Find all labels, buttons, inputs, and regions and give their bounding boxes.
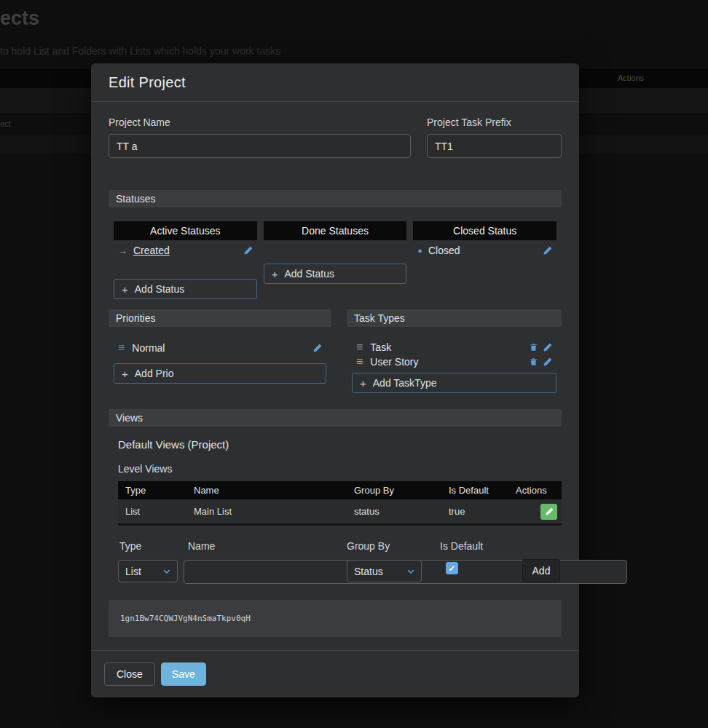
col-header-actions: Actions [508, 481, 562, 499]
priorities-tasktypes-row: Priorities ≡ Normal + Add Prio [109, 309, 562, 393]
drag-handle-icon[interactable]: ≡ [356, 356, 363, 368]
edit-project-modal: Edit Project Project Name Project Task P… [91, 63, 579, 697]
views-section-label: Views [116, 412, 143, 424]
closed-status-header: Closed Status [413, 221, 556, 240]
delete-task-type-icon[interactable] [530, 343, 538, 352]
view-group-by-cell: status [347, 499, 441, 523]
add-status-label: Add Status [135, 283, 185, 295]
edit-view-button[interactable] [540, 504, 557, 520]
closed-status-column: Closed Status ● Closed [413, 221, 556, 299]
project-task-prefix-label: Project Task Prefix [427, 116, 562, 128]
edit-task-type-icon[interactable] [543, 343, 552, 352]
col-header-is-default: Is Default [441, 481, 508, 499]
status-closed-label: Closed [428, 245, 460, 256]
view-is-default-cell: true [441, 499, 508, 523]
add-view-form: Type Name Group By Is Default List Statu… [118, 540, 562, 591]
background-row-label: ect [0, 119, 11, 128]
drag-handle-icon[interactable]: ≡ [356, 341, 363, 353]
view-group-by-selected-value: Status [354, 566, 383, 577]
level-views-table: Type Name Group By Is Default Actions Li… [118, 481, 562, 526]
project-token-value: 1gn1Bw74CQWJVgN4nSmaTkpv0qH [120, 614, 251, 623]
edit-priority-icon[interactable] [312, 344, 322, 353]
status-created-link[interactable]: Created [133, 245, 170, 256]
done-statuses-column: Done Statuses + Add Status [264, 221, 407, 299]
active-statuses-header: Active Statuses [114, 221, 257, 240]
views-table-row: List Main List status true [118, 499, 562, 526]
task-type-item-user-story: ≡ User Story [352, 355, 556, 369]
default-views-label: Default Views (Project) [118, 438, 562, 451]
page-title: ects [0, 7, 39, 30]
project-task-prefix-input[interactable] [427, 134, 562, 158]
arrow-right-icon: → [118, 245, 127, 256]
task-type-item-task: ≡ Task [352, 340, 556, 355]
level-views-label: Level Views [118, 463, 562, 475]
form-is-default-label: Is Default [440, 540, 483, 552]
add-done-status-button[interactable]: + Add Status [264, 264, 407, 284]
add-priority-label: Add Prio [135, 368, 174, 379]
background-actions-header: Actions [618, 74, 644, 82]
form-type-label: Type [119, 540, 141, 552]
plus-icon: + [360, 377, 366, 389]
delete-task-type-icon[interactable] [530, 357, 538, 366]
plus-icon: + [122, 283, 128, 296]
modal-header: Edit Project [91, 63, 579, 102]
modal-body: Project Name Project Task Prefix Statuse… [91, 102, 579, 650]
modal-footer: Close Save [91, 650, 579, 697]
priorities-section: Priorities ≡ Normal + Add Prio [109, 309, 331, 393]
task-type-name: Task [370, 341, 391, 353]
project-fields-row: Project Name Project Task Prefix [109, 116, 562, 158]
col-header-type: Type [118, 481, 186, 499]
modal-title: Edit Project [109, 74, 186, 90]
add-active-status-button[interactable]: + Add Status [114, 279, 257, 299]
status-dot-icon: ● [417, 247, 422, 255]
priority-item-normal: ≡ Normal [114, 340, 326, 357]
view-type-selected-value: List [125, 566, 141, 577]
edit-status-icon[interactable] [243, 246, 253, 256]
col-header-group-by: Group By [347, 481, 441, 499]
view-type-select[interactable]: List [118, 560, 178, 582]
statuses-columns: Active Statuses → Created + Add Status D… [109, 221, 562, 299]
priority-name: Normal [132, 342, 165, 354]
add-view-button[interactable]: Add [522, 559, 560, 582]
chevron-down-icon [407, 568, 414, 575]
add-task-type-button[interactable]: + Add TaskType [352, 373, 556, 393]
project-token-box: 1gn1Bw74CQWJVgN4nSmaTkpv0qH [109, 600, 562, 637]
views-section-header: Views [109, 409, 562, 427]
col-header-name: Name [186, 481, 347, 499]
save-button[interactable]: Save [161, 662, 206, 686]
status-item-closed: ● Closed [413, 240, 556, 260]
check-icon: ✓ [448, 563, 455, 574]
add-priority-button[interactable]: + Add Prio [114, 363, 326, 384]
views-table-header-row: Type Name Group By Is Default Actions [118, 481, 562, 499]
active-statuses-column: Active Statuses → Created + Add Status [114, 221, 257, 299]
project-name-label: Project Name [109, 116, 411, 128]
priorities-header: Priorities [109, 309, 331, 327]
page-subtitle: to hold List and Folders with Lists whic… [0, 45, 280, 57]
drag-handle-icon[interactable]: ≡ [118, 342, 125, 354]
edit-task-type-icon[interactable] [543, 357, 552, 367]
close-button[interactable]: Close [104, 662, 155, 686]
view-name-cell: Main List [186, 499, 347, 523]
statuses-section-label: Statuses [116, 193, 155, 205]
task-types-section: Task Types ≡ Task [347, 309, 562, 393]
is-default-checkbox[interactable]: ✓ [446, 562, 458, 574]
edit-status-icon[interactable] [543, 246, 552, 256]
plus-icon: + [272, 268, 278, 280]
add-status-label: Add Status [284, 268, 334, 280]
statuses-section-header: Statuses [109, 190, 562, 207]
task-types-header: Task Types [347, 309, 562, 327]
done-statuses-header: Done Statuses [264, 221, 407, 240]
plus-icon: + [122, 368, 128, 380]
project-name-input[interactable] [109, 134, 411, 158]
task-type-name: User Story [370, 356, 418, 368]
status-item-created: → Created [114, 240, 257, 260]
view-group-by-select[interactable]: Status [347, 560, 422, 582]
form-group-by-label: Group By [347, 540, 390, 552]
chevron-down-icon [163, 568, 170, 575]
form-name-label: Name [188, 540, 215, 552]
add-task-type-label: Add TaskType [373, 377, 437, 389]
view-type-cell: List [118, 499, 186, 523]
